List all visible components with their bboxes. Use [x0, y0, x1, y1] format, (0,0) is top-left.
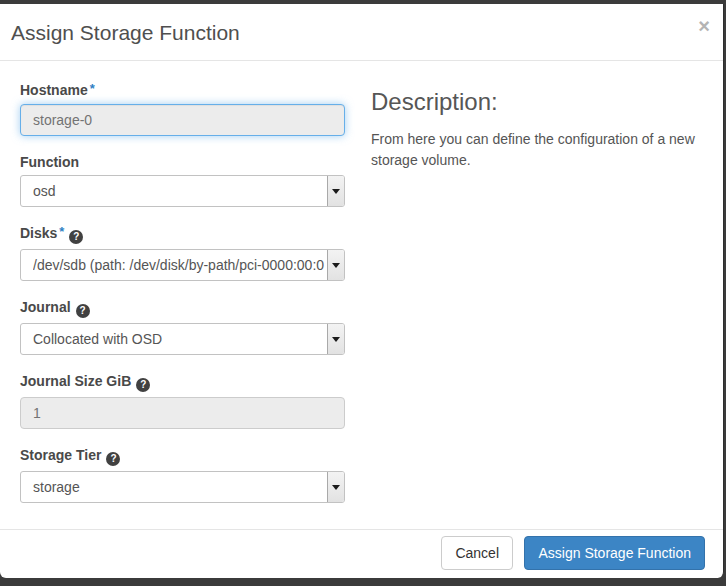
- storage-tier-select[interactable]: storage: [20, 471, 345, 503]
- journal-select[interactable]: Collocated with OSD: [20, 323, 345, 355]
- storage-tier-label-text: Storage Tier: [20, 447, 101, 463]
- chevron-down-icon[interactable]: [327, 472, 344, 502]
- storage-tier-field-group: Storage Tier? storage: [20, 447, 345, 503]
- required-asterisk: *: [59, 224, 64, 239]
- function-select-value: osd: [33, 176, 326, 206]
- journal-size-input[interactable]: [20, 397, 345, 429]
- assign-storage-function-button[interactable]: Assign Storage Function: [524, 536, 705, 570]
- function-select[interactable]: osd: [20, 175, 345, 207]
- journal-size-label: Journal Size GiB?: [20, 373, 345, 392]
- chevron-down-icon[interactable]: [327, 250, 344, 280]
- storage-tier-select-value: storage: [33, 472, 326, 502]
- journal-field-group: Journal? Collocated with OSD: [20, 299, 345, 355]
- help-icon[interactable]: ?: [69, 230, 83, 244]
- dialog-footer: Cancel Assign Storage Function: [0, 529, 723, 578]
- storage-tier-label: Storage Tier?: [20, 447, 345, 466]
- description-text: From here you can define the configurati…: [371, 129, 697, 171]
- help-icon[interactable]: ?: [76, 304, 90, 318]
- chevron-down-icon[interactable]: [327, 176, 344, 206]
- assign-storage-function-dialog: Assign Storage Function × Hostname* Func…: [0, 4, 724, 578]
- dialog-body: Hostname* Function osd Disks*? /dev/sdb …: [0, 61, 723, 529]
- journal-label: Journal?: [20, 299, 345, 318]
- description-heading: Description:: [371, 88, 697, 116]
- function-label-text: Function: [20, 154, 79, 170]
- dialog-title: Assign Storage Function: [11, 20, 708, 45]
- disks-select[interactable]: /dev/sdb (path: /dev/disk/by-path/pci-00…: [20, 249, 345, 281]
- journal-select-value: Collocated with OSD: [33, 324, 326, 354]
- function-label: Function: [20, 154, 345, 170]
- journal-size-field-group: Journal Size GiB?: [20, 373, 345, 429]
- chevron-down-icon[interactable]: [327, 324, 344, 354]
- hostname-input[interactable]: [20, 104, 345, 136]
- help-icon[interactable]: ?: [106, 452, 120, 466]
- dialog-header: Assign Storage Function ×: [0, 4, 723, 61]
- disks-label: Disks*?: [20, 225, 345, 244]
- cancel-button[interactable]: Cancel: [441, 536, 513, 570]
- required-asterisk: *: [90, 81, 95, 96]
- form-column: Hostname* Function osd Disks*? /dev/sdb …: [20, 82, 345, 529]
- close-icon[interactable]: ×: [698, 17, 710, 35]
- hostname-field-group: Hostname*: [20, 82, 345, 136]
- journal-size-label-text: Journal Size GiB: [20, 373, 131, 389]
- disks-field-group: Disks*? /dev/sdb (path: /dev/disk/by-pat…: [20, 225, 345, 281]
- hostname-label: Hostname*: [20, 82, 345, 99]
- disks-label-text: Disks: [20, 225, 57, 241]
- description-column: Description: From here you can define th…: [371, 82, 703, 529]
- disks-select-value: /dev/sdb (path: /dev/disk/by-path/pci-00…: [33, 250, 326, 280]
- help-icon[interactable]: ?: [136, 378, 150, 392]
- hostname-label-text: Hostname: [20, 82, 88, 98]
- journal-label-text: Journal: [20, 299, 71, 315]
- function-field-group: Function osd: [20, 154, 345, 207]
